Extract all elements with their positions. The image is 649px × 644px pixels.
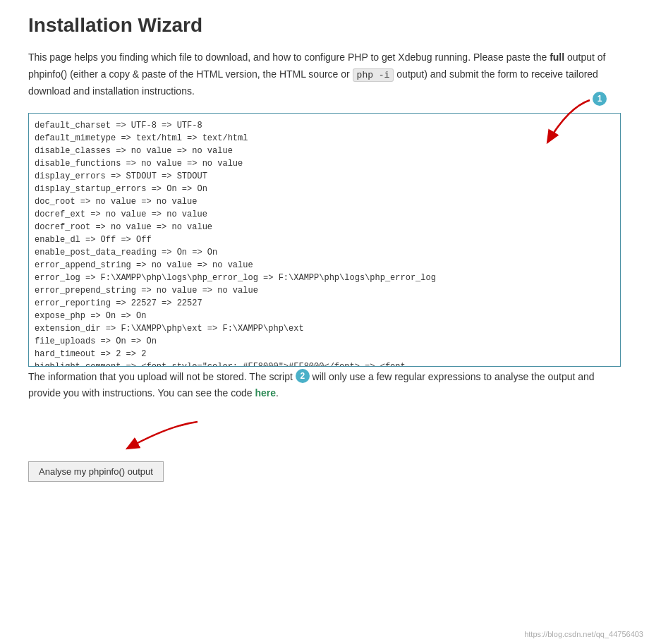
page-title: Installation Wizard bbox=[28, 14, 621, 37]
inline-code: php -i bbox=[353, 68, 394, 82]
footer-period: . bbox=[276, 387, 279, 399]
arrow-2-container bbox=[28, 415, 621, 457]
footer-text-part1: The information that you upload will not… bbox=[28, 371, 296, 382]
analyse-button[interactable]: Analyse my phpinfo() output bbox=[28, 461, 164, 482]
arrow-2-icon bbox=[85, 415, 226, 454]
here-link[interactable]: here bbox=[255, 387, 276, 399]
intro-bold: full bbox=[550, 51, 564, 63]
watermark: https://blog.csdn.net/qq_44756403 bbox=[524, 630, 643, 638]
footer-paragraph: The information that you upload will not… bbox=[28, 369, 621, 403]
textarea-section: 1 bbox=[28, 113, 621, 369]
arrow-1-icon bbox=[512, 93, 604, 157]
intro-text-part1: This page helps you finding which file t… bbox=[28, 51, 550, 63]
badge-2: 2 bbox=[296, 369, 310, 383]
arrow-section: Analyse my phpinfo() output bbox=[28, 415, 621, 482]
